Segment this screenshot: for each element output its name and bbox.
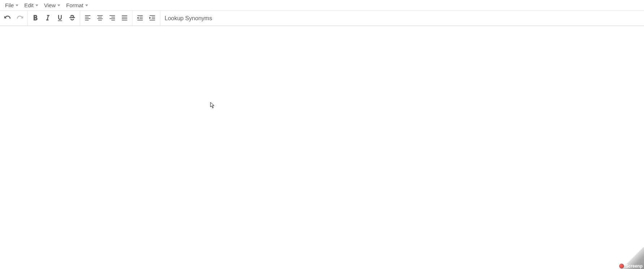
svg-rect-12	[112, 20, 115, 20]
menu-format[interactable]: Format	[63, 1, 91, 10]
underline-icon	[56, 14, 64, 23]
menu-file-label: File	[5, 2, 14, 8]
menu-file[interactable]: File	[2, 1, 21, 10]
svg-rect-23	[152, 18, 155, 19]
corner-badge-label: Screenp	[626, 264, 643, 269]
svg-rect-14	[122, 17, 127, 17]
svg-rect-15	[122, 18, 127, 19]
italic-icon	[44, 14, 51, 23]
menu-edit-label: Edit	[24, 2, 34, 8]
svg-rect-0	[70, 17, 75, 18]
align-right-icon	[109, 14, 116, 23]
cursor-pointer-icon	[210, 102, 216, 110]
svg-rect-5	[97, 15, 103, 16]
redo-icon	[16, 14, 23, 23]
indent-icon	[149, 14, 156, 23]
caret-down-icon	[35, 4, 38, 7]
record-dot-icon	[619, 264, 624, 269]
svg-rect-7	[97, 18, 103, 19]
menu-format-label: Format	[66, 2, 83, 8]
align-justify-icon	[121, 14, 128, 23]
svg-rect-2	[85, 17, 89, 17]
svg-rect-22	[152, 17, 155, 17]
svg-rect-18	[139, 17, 143, 17]
outdent-icon	[136, 14, 144, 23]
align-left-button[interactable]	[82, 12, 94, 25]
editor-area[interactable]	[0, 26, 644, 269]
align-left-icon	[84, 14, 91, 23]
align-justify-button[interactable]	[118, 12, 131, 25]
svg-rect-19	[139, 18, 143, 19]
corner-badge: Screenp	[619, 264, 643, 269]
redo-button[interactable]	[14, 12, 26, 25]
caret-down-icon	[16, 4, 18, 7]
svg-rect-10	[112, 17, 115, 17]
indent-button[interactable]	[146, 12, 158, 25]
toolbar-group-alignment	[80, 11, 132, 26]
lookup-synonyms-label: Lookup Synonyms	[165, 15, 212, 22]
align-center-icon	[96, 14, 104, 23]
toolbar-group-indent	[132, 11, 160, 26]
undo-icon	[4, 14, 11, 23]
outdent-button[interactable]	[134, 12, 146, 25]
menubar: File Edit View Format	[0, 0, 644, 11]
svg-rect-16	[122, 20, 127, 20]
svg-rect-3	[85, 18, 91, 19]
menu-edit[interactable]: Edit	[21, 1, 41, 10]
svg-rect-11	[110, 18, 115, 19]
underline-button[interactable]	[54, 12, 66, 25]
caret-down-icon	[57, 4, 60, 7]
strikethrough-button[interactable]	[66, 12, 78, 25]
italic-button[interactable]	[42, 12, 54, 25]
strikethrough-icon	[69, 14, 76, 23]
menu-view[interactable]: View	[41, 1, 63, 10]
bold-button[interactable]	[29, 12, 42, 25]
svg-rect-21	[150, 15, 155, 16]
toolbar-group-history	[0, 11, 28, 26]
svg-rect-9	[110, 15, 115, 16]
svg-rect-20	[138, 20, 143, 20]
caret-down-icon	[85, 4, 88, 7]
svg-rect-1	[85, 15, 91, 16]
align-center-button[interactable]	[94, 12, 106, 25]
svg-rect-6	[98, 17, 102, 17]
undo-button[interactable]	[1, 12, 14, 25]
svg-rect-17	[138, 15, 143, 16]
align-right-button[interactable]	[106, 12, 118, 25]
menu-view-label: View	[44, 2, 56, 8]
toolbar: Lookup Synonyms	[0, 11, 644, 26]
svg-rect-8	[98, 20, 102, 20]
bold-icon	[32, 14, 39, 23]
page-corner-fold: Screenp	[601, 247, 644, 269]
svg-rect-13	[122, 15, 127, 16]
svg-rect-24	[150, 20, 155, 20]
svg-rect-4	[85, 20, 89, 20]
lookup-synonyms-button[interactable]: Lookup Synonyms	[160, 12, 217, 25]
toolbar-group-formatting	[28, 11, 80, 26]
